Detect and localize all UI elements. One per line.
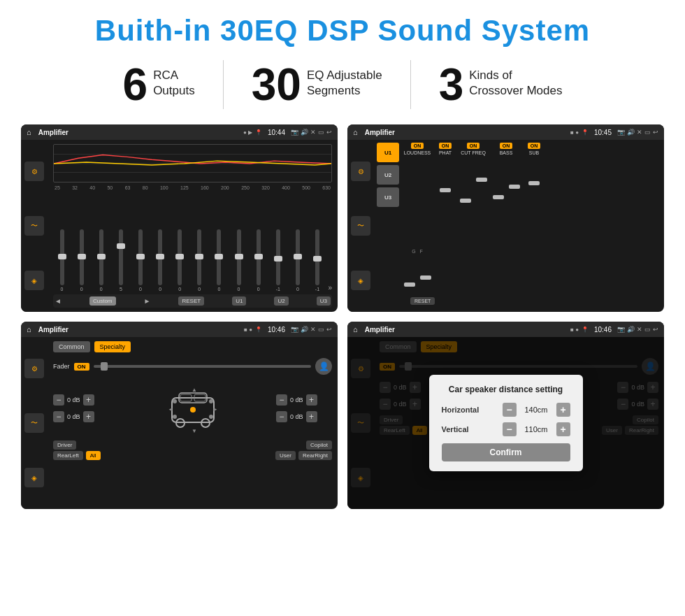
stat-label-rca-2: Outputs bbox=[153, 83, 195, 99]
amp-main: U1 U2 U3 ON LOUDNESS bbox=[374, 140, 664, 312]
status-bar-1: ⌂ Amplifier ● ▶ 📍 10:44 📷 🔊 ✕ ▭ ↩ bbox=[21, 124, 338, 140]
prev-arrow[interactable]: ◄ bbox=[55, 297, 62, 305]
db-minus-tr[interactable]: − bbox=[276, 394, 287, 406]
phat-on[interactable]: ON bbox=[439, 143, 452, 149]
u3-btn[interactable]: U3 bbox=[317, 296, 331, 306]
home-icon-3[interactable]: ⌂ bbox=[27, 325, 31, 334]
reset-btn-2[interactable]: RESET bbox=[410, 297, 435, 305]
db-value-tl: 0 dB bbox=[67, 396, 80, 403]
amp-ctrl-1[interactable]: ⚙ bbox=[351, 162, 370, 181]
next-arrow[interactable]: ► bbox=[144, 297, 151, 305]
stat-crossover: 3 Kinds of Crossover Modes bbox=[411, 62, 591, 107]
bass-label: BASS bbox=[500, 150, 513, 155]
db-minus-bl[interactable]: − bbox=[53, 411, 64, 422]
svg-point-11 bbox=[209, 399, 213, 403]
db-plus-tr[interactable]: + bbox=[306, 394, 317, 406]
stat-label-eq-2: Segments bbox=[307, 83, 382, 99]
screen1-time: 10:44 bbox=[268, 129, 285, 136]
x-icon-1: ✕ bbox=[310, 129, 316, 136]
back-icon-4[interactable]: ↩ bbox=[653, 326, 658, 333]
eq-ctrl-3[interactable]: ◈ bbox=[24, 271, 44, 290]
screen4-title: Amplifier bbox=[365, 326, 568, 334]
rearleft-btn-3[interactable]: RearLeft bbox=[53, 451, 83, 460]
s3-left-controls: ⚙ 〜 ◈ bbox=[21, 337, 48, 509]
db-minus-tl[interactable]: − bbox=[53, 394, 64, 406]
slider-13: 0 bbox=[289, 229, 306, 292]
copilot-btn-3[interactable]: Copilot bbox=[306, 440, 332, 450]
tab-specialty-3[interactable]: Specialty bbox=[94, 341, 131, 352]
db-control-tr: − 0 dB + bbox=[276, 394, 332, 406]
stats-row: 6 RCA Outputs 30 EQ Adjustable Segments … bbox=[21, 60, 664, 109]
page-container: Buith-in 30EQ DSP Sound System 6 RCA Out… bbox=[0, 0, 685, 616]
rearright-btn-3[interactable]: RearRight bbox=[298, 451, 332, 460]
rect-icon-2: ▭ bbox=[644, 129, 651, 136]
eq-ctrl-2[interactable]: 〜 bbox=[24, 216, 44, 236]
db-plus-tl[interactable]: + bbox=[83, 394, 94, 406]
home-icon-2[interactable]: ⌂ bbox=[353, 128, 358, 136]
vertical-control: − 110cm + bbox=[503, 422, 570, 436]
phat-label: PHAT bbox=[439, 150, 452, 155]
db-control-br: − 0 dB + bbox=[276, 411, 332, 422]
dialog-horizontal-row: Horizontal − 140cm + bbox=[442, 403, 570, 417]
s3-ctrl-1[interactable]: ⚙ bbox=[24, 359, 44, 378]
slider-8: 0 bbox=[191, 229, 208, 292]
svg-point-12 bbox=[173, 415, 177, 419]
all-btn-3[interactable]: All bbox=[86, 451, 101, 460]
preset-u1[interactable]: U1 bbox=[377, 143, 399, 162]
horizontal-plus-btn[interactable]: + bbox=[556, 403, 570, 417]
tab-common-3[interactable]: Common bbox=[53, 341, 90, 352]
sub-on[interactable]: ON bbox=[528, 143, 541, 149]
vertical-minus-btn[interactable]: − bbox=[503, 422, 517, 436]
home-icon-4[interactable]: ⌂ bbox=[353, 325, 358, 334]
slider-12: -1 bbox=[269, 229, 287, 292]
bass-on[interactable]: ON bbox=[500, 143, 513, 149]
amp-ctrl-3[interactable]: ◈ bbox=[351, 271, 370, 290]
loudness-on[interactable]: ON bbox=[411, 143, 424, 149]
db-plus-br[interactable]: + bbox=[306, 411, 317, 422]
expand-icon[interactable]: » bbox=[329, 284, 333, 292]
pin-icon-1: 📍 bbox=[255, 129, 262, 136]
right-db-controls: − 0 dB + − 0 dB + bbox=[276, 394, 332, 422]
vertical-plus-btn[interactable]: + bbox=[556, 422, 570, 436]
profile-icon-3[interactable]: 👤 bbox=[315, 358, 332, 375]
db-plus-bl[interactable]: + bbox=[83, 411, 94, 422]
cutfreq-on[interactable]: ON bbox=[467, 143, 480, 149]
reset-btn-1[interactable]: RESET bbox=[178, 296, 204, 306]
status-bar-3: ⌂ Amplifier ■ ● 📍 10:46 📷 🔊 ✕ ▭ ↩ bbox=[21, 322, 338, 337]
fader-on-badge[interactable]: ON bbox=[74, 363, 89, 371]
stat-number-6: 6 bbox=[123, 62, 148, 107]
user-btn-3[interactable]: User bbox=[275, 451, 296, 460]
freq-labels: 253240506380 100125160200250320 40050063… bbox=[53, 185, 332, 190]
screens-grid: ⌂ Amplifier ● ▶ 📍 10:44 📷 🔊 ✕ ▭ ↩ ⚙ 〜 ◈ bbox=[21, 124, 664, 509]
s3-ctrl-2[interactable]: 〜 bbox=[24, 413, 44, 433]
back-icon-3[interactable]: ↩ bbox=[326, 326, 332, 333]
custom-btn[interactable]: Custom bbox=[89, 296, 116, 306]
s3-ctrl-3[interactable]: ◈ bbox=[24, 468, 44, 487]
amp-ctrl-2[interactable]: 〜 bbox=[351, 216, 370, 236]
bottom-btns-3b: RearLeft All User RearRight bbox=[53, 451, 332, 460]
status-bar-2: ⌂ Amplifier ■ ● 📍 10:45 📷 🔊 ✕ ▭ ↩ bbox=[347, 124, 664, 140]
confirm-button[interactable]: Confirm bbox=[442, 443, 570, 461]
fader-track[interactable] bbox=[94, 365, 311, 368]
svg-text:▼: ▼ bbox=[192, 428, 197, 434]
horizontal-label: Horizontal bbox=[442, 406, 480, 414]
back-icon-1[interactable]: ↩ bbox=[326, 129, 332, 136]
preset-u3[interactable]: U3 bbox=[377, 187, 399, 207]
x-icon-2: ✕ bbox=[637, 129, 642, 136]
preset-u2[interactable]: U2 bbox=[377, 165, 399, 185]
cam-icon-4: 📷 bbox=[617, 326, 625, 333]
eq-ctrl-1[interactable]: ⚙ bbox=[24, 162, 44, 181]
dialog-overlay: Car speaker distance setting Horizontal … bbox=[347, 337, 664, 509]
slider-5: 0 bbox=[131, 229, 149, 292]
home-icon-1[interactable]: ⌂ bbox=[27, 128, 31, 136]
u2-btn[interactable]: U2 bbox=[274, 296, 288, 306]
db-minus-br[interactable]: − bbox=[276, 411, 287, 422]
driver-btn-3[interactable]: Driver bbox=[53, 440, 76, 450]
slider-1: 0 bbox=[53, 229, 71, 292]
slider-6: 0 bbox=[152, 229, 169, 292]
back-icon-2[interactable]: ↩ bbox=[653, 129, 658, 136]
horizontal-minus-btn[interactable]: − bbox=[503, 403, 517, 417]
screen-amp-channels: ⌂ Amplifier ■ ● 📍 10:45 📷 🔊 ✕ ▭ ↩ ⚙ 〜 ◈ bbox=[347, 124, 664, 312]
u1-btn[interactable]: U1 bbox=[232, 296, 246, 306]
stat-label-crossover-2: Crossover Modes bbox=[469, 83, 562, 99]
